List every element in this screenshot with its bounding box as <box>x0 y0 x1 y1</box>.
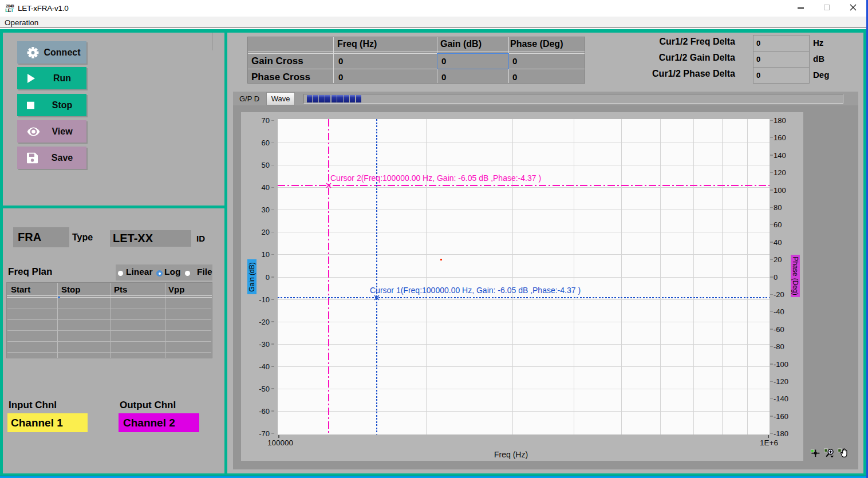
svg-text:LET: LET <box>5 7 14 13</box>
